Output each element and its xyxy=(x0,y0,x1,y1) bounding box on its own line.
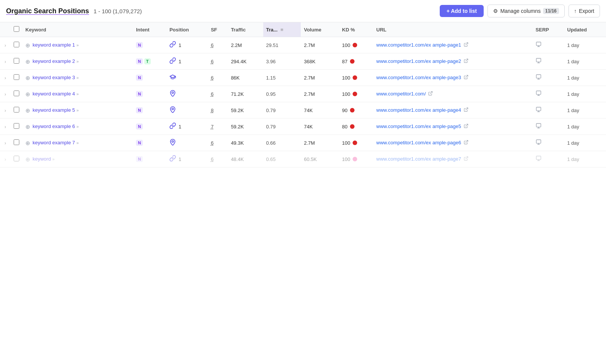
keyword-add-icon[interactable]: ⊕ xyxy=(25,123,30,130)
row-checkbox[interactable] xyxy=(14,42,19,47)
sf-value[interactable]: 6 xyxy=(211,156,214,162)
keyword-text[interactable]: keyword example 4 xyxy=(33,91,75,97)
keyword-cell: ⊕ keyword example 3 » xyxy=(22,70,133,86)
keyword-add-icon[interactable]: ⊕ xyxy=(25,42,30,49)
external-link-icon[interactable] xyxy=(464,42,469,48)
kd-dot xyxy=(350,108,355,112)
th-traffic-pct[interactable]: Tra... ≡ xyxy=(263,22,301,37)
keyword-add-icon[interactable]: ⊕ xyxy=(25,140,30,147)
expand-cell[interactable]: › xyxy=(0,135,11,151)
external-link-icon[interactable] xyxy=(464,58,469,64)
url-link[interactable]: www.competitor1.com/ex ample-page2 xyxy=(376,58,461,65)
volume-value: 2.7M xyxy=(304,140,315,146)
row-checkbox[interactable] xyxy=(14,156,19,161)
serp-icon[interactable] xyxy=(536,91,542,97)
position-cell xyxy=(166,70,208,86)
keyword-add-icon[interactable]: ⊕ xyxy=(25,156,30,163)
url-link[interactable]: www.competitor1.com/ex ample-page1 xyxy=(376,42,461,48)
traffic-pct-value: 1.15 xyxy=(266,75,276,81)
expand-cell[interactable]: › xyxy=(0,70,11,86)
row-checkbox[interactable] xyxy=(14,139,19,145)
sort-icon: ≡ xyxy=(280,27,283,33)
kd-dot xyxy=(353,43,357,47)
expand-cell[interactable]: › xyxy=(0,102,11,119)
sf-value[interactable]: 6 xyxy=(211,59,214,64)
external-link-icon[interactable] xyxy=(464,75,469,81)
table-row: › ⊕ keyword example 7 » N 649.3K0.662.7M… xyxy=(0,135,606,151)
external-link-icon[interactable] xyxy=(464,107,469,113)
row-checkbox[interactable] xyxy=(14,107,19,112)
export-button[interactable]: ↑ Export xyxy=(569,5,600,17)
keyword-add-icon[interactable]: ⊕ xyxy=(25,58,30,65)
add-to-list-button[interactable]: + Add to list xyxy=(440,5,484,17)
select-all-checkbox[interactable] xyxy=(14,26,19,32)
row-checkbox[interactable] xyxy=(14,74,19,80)
url-cell: www.competitor1.com/ex ample-page7 xyxy=(373,151,533,167)
row-checkbox[interactable] xyxy=(14,123,19,129)
external-link-icon[interactable] xyxy=(428,91,433,97)
volume-cell: 2.7M xyxy=(301,37,339,53)
gear-icon: ⚙ xyxy=(493,8,498,14)
url-link[interactable]: www.competitor1.com/ex ample-page7 xyxy=(376,156,461,162)
expand-chevron[interactable]: › xyxy=(5,43,6,48)
manage-columns-button[interactable]: ⚙ Manage columns 11/16 xyxy=(487,5,565,17)
url-link[interactable]: www.competitor1.com/ex ample-page3 xyxy=(376,74,461,81)
volume-cell: 74K xyxy=(301,119,339,135)
table-row: › ⊕ keyword example 3 » N 686K1.152.7M 1… xyxy=(0,70,606,86)
row-checkbox[interactable] xyxy=(14,91,19,96)
keyword-add-icon[interactable]: ⊕ xyxy=(25,75,30,81)
sf-value[interactable]: 6 xyxy=(211,91,214,97)
kd-cell: 100 xyxy=(339,151,373,167)
sf-value[interactable]: 8 xyxy=(211,108,214,113)
serp-icon[interactable] xyxy=(536,123,542,130)
keyword-add-icon[interactable]: ⊕ xyxy=(25,91,30,98)
keyword-text[interactable]: keyword example 3 xyxy=(33,75,75,80)
sf-value[interactable]: 7 xyxy=(211,124,214,130)
expand-cell[interactable]: › xyxy=(0,86,11,102)
expand-chevron[interactable]: › xyxy=(5,92,6,97)
expand-chevron[interactable]: › xyxy=(5,157,6,162)
url-link[interactable]: www.competitor1.com/ex ample-page4 xyxy=(376,107,461,114)
external-link-icon[interactable] xyxy=(464,123,469,130)
url-link[interactable]: www.competitor1.com/ex ample-page6 xyxy=(376,139,461,146)
keyword-text[interactable]: keyword example 1 xyxy=(33,42,75,48)
expand-cell[interactable]: › xyxy=(0,119,11,135)
expand-chevron[interactable]: › xyxy=(5,59,6,64)
sf-value[interactable]: 6 xyxy=(211,42,214,48)
expand-chevron[interactable]: › xyxy=(5,75,6,81)
sf-value[interactable]: 6 xyxy=(211,140,214,146)
serp-icon[interactable] xyxy=(536,156,542,162)
row-check-cell xyxy=(11,151,22,167)
row-checkbox[interactable] xyxy=(14,58,19,64)
expand-chevron[interactable]: › xyxy=(5,141,6,146)
serp-icon[interactable] xyxy=(536,140,542,146)
keyword-add-icon[interactable]: ⊕ xyxy=(25,107,30,114)
expand-cell[interactable]: › xyxy=(0,37,11,53)
serp-icon[interactable] xyxy=(536,42,542,48)
external-link-icon[interactable] xyxy=(464,140,469,146)
volume-value: 74K xyxy=(304,124,312,130)
expand-cell[interactable]: › xyxy=(0,151,11,167)
keyword-text[interactable]: keyword xyxy=(33,156,51,162)
updated-value: 1 day xyxy=(567,59,579,64)
kd-dot xyxy=(353,157,357,161)
url-link[interactable]: www.competitor1.com/ xyxy=(376,91,426,97)
serp-icon[interactable] xyxy=(536,107,542,114)
expand-cell[interactable]: › xyxy=(0,53,11,70)
url-link[interactable]: www.competitor1.com/ex ample-page5 xyxy=(376,123,461,130)
serp-icon[interactable] xyxy=(536,58,542,65)
external-link-icon[interactable] xyxy=(464,156,469,162)
expand-chevron[interactable]: › xyxy=(5,108,6,113)
updated-cell: 1 day xyxy=(564,70,606,86)
keyword-text[interactable]: keyword example 6 xyxy=(33,123,75,129)
keyword-cell: ⊕ keyword example 5 » xyxy=(22,102,133,119)
sf-value[interactable]: 6 xyxy=(211,75,214,81)
expand-chevron[interactable]: › xyxy=(5,124,6,130)
keyword-text[interactable]: keyword example 7 xyxy=(33,140,75,145)
keyword-text[interactable]: keyword example 2 xyxy=(33,58,75,64)
serp-icon[interactable] xyxy=(536,75,542,81)
keyword-text[interactable]: keyword example 5 xyxy=(33,107,75,113)
kd-cell: 90 xyxy=(339,102,373,119)
th-intent: Intent xyxy=(133,22,166,37)
url-cell: www.competitor1.com/ex ample-page3 xyxy=(373,70,533,86)
